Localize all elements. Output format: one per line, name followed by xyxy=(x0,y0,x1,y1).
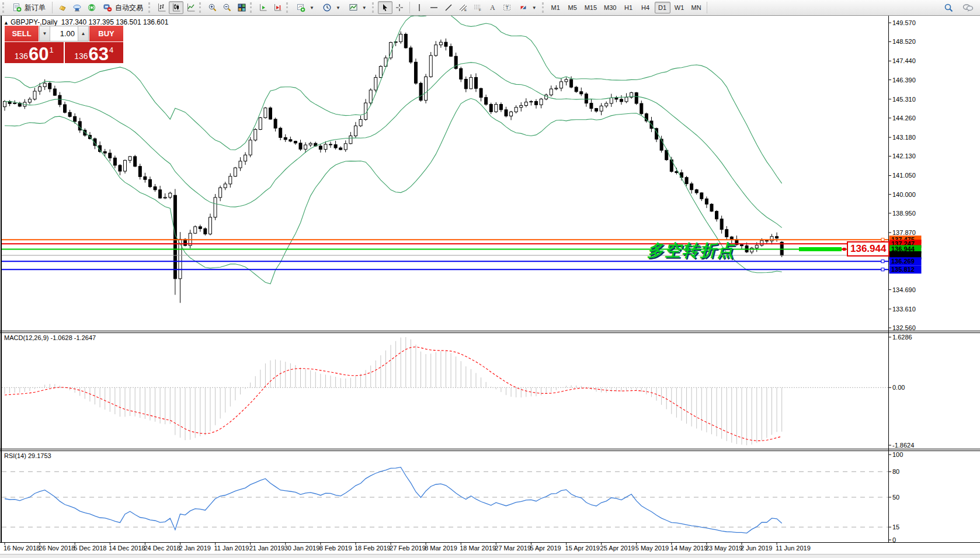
svg-text:148.520: 148.520 xyxy=(892,38,916,45)
dropdown-caret-icon: ▼ xyxy=(336,5,340,11)
zoom-in-button[interactable] xyxy=(205,1,220,14)
sell-price-main: 60 xyxy=(29,46,48,63)
signals-icon xyxy=(87,3,96,12)
sell-button[interactable]: SELL xyxy=(5,26,39,41)
svg-text:135.812: 135.812 xyxy=(891,266,915,273)
buy-price-sup: 4 xyxy=(109,46,113,54)
volume-input[interactable]: 1.00 xyxy=(50,26,78,41)
highlight-segment xyxy=(799,247,842,251)
svg-text:27 Mar 2019: 27 Mar 2019 xyxy=(495,545,531,552)
svg-text:E: E xyxy=(464,8,467,12)
candlestick-chart-button[interactable] xyxy=(169,1,183,14)
vertical-line-button[interactable] xyxy=(412,1,427,14)
chart-shift-button[interactable] xyxy=(270,1,285,14)
cursor-button[interactable] xyxy=(378,1,392,14)
search-button[interactable] xyxy=(941,1,956,14)
timeframe-button-M1[interactable]: M1 xyxy=(548,2,564,13)
periods-button[interactable]: ▼ xyxy=(318,1,345,14)
equidistant-channel-icon: E xyxy=(458,3,468,12)
svg-text:142.130: 142.130 xyxy=(892,153,916,160)
svg-text:138.950: 138.950 xyxy=(892,210,916,217)
toolbar-grip xyxy=(372,2,376,13)
equidistant-channel-button[interactable]: E xyxy=(456,1,471,14)
volume-decrease-button[interactable]: ▼ xyxy=(40,26,50,41)
volume-spinner: ▼ 1.00 ▲ xyxy=(39,26,89,41)
timeframe-button-M5[interactable]: M5 xyxy=(565,2,581,13)
tile-windows-button[interactable] xyxy=(234,1,249,14)
dropdown-caret-icon: ▼ xyxy=(532,5,537,11)
community-button[interactable] xyxy=(961,1,975,14)
svg-text:11 Jan 2019: 11 Jan 2019 xyxy=(214,545,249,552)
timeframe-button-W1[interactable]: W1 xyxy=(672,2,687,13)
chart-canvas[interactable]: 149.570148.520147.440146.390145.310144.2… xyxy=(0,0,980,558)
svg-text:2 Jan 2019: 2 Jan 2019 xyxy=(179,545,210,552)
svg-text:23 May 2019: 23 May 2019 xyxy=(706,545,743,552)
svg-text:132.560: 132.560 xyxy=(892,324,916,331)
zoom-in-icon xyxy=(208,3,217,12)
fibonacci-button[interactable]: F xyxy=(471,1,485,14)
svg-text:133.610: 133.610 xyxy=(892,306,916,313)
chart-annotation-text[interactable]: 多空转折点 xyxy=(647,240,735,262)
auto-trading-button[interactable]: 自动交易 xyxy=(99,1,147,14)
svg-text:136.269: 136.269 xyxy=(891,258,915,265)
timeframe-button-H1[interactable]: H1 xyxy=(621,2,637,13)
svg-text:2 Jun 2019: 2 Jun 2019 xyxy=(741,545,772,552)
autotrade-icon xyxy=(103,3,112,12)
bar-chart-button[interactable] xyxy=(154,1,169,14)
svg-text:143.180: 143.180 xyxy=(892,134,916,141)
svg-text:24 Dec 2018: 24 Dec 2018 xyxy=(144,545,180,552)
zoom-out-icon xyxy=(223,3,232,12)
svg-text:15 Apr 2019: 15 Apr 2019 xyxy=(565,545,600,552)
text-button[interactable]: A xyxy=(485,1,500,14)
text-label-icon: T xyxy=(502,3,512,12)
signals-button[interactable] xyxy=(84,1,99,14)
trendline-icon xyxy=(444,3,453,12)
chart-title: ▲GBPJPY-,Daily 137.340 137.395 136.501 1… xyxy=(4,18,168,26)
zoom-out-button[interactable] xyxy=(220,1,234,14)
svg-text:8 Feb 2019: 8 Feb 2019 xyxy=(319,545,352,552)
new-order-button[interactable]: 新订单 xyxy=(8,1,50,14)
chart-shift-icon xyxy=(273,3,283,12)
buy-price-box[interactable]: 136 63 4 xyxy=(65,42,124,63)
buy-price-prefix: 136 xyxy=(74,52,88,60)
mt4-window: 149.570148.520147.440146.390145.310144.2… xyxy=(0,0,980,558)
chart-profile-button[interactable]: ▼ xyxy=(345,1,371,14)
text-label-button[interactable]: T xyxy=(500,1,515,14)
timeframe-button-D1[interactable]: D1 xyxy=(655,2,670,13)
new-indicator-button[interactable]: ▼ xyxy=(292,1,318,14)
svg-text:25 Apr 2019: 25 Apr 2019 xyxy=(600,545,635,552)
collapse-triangle-icon[interactable]: ▲ xyxy=(4,20,9,26)
svg-text:140.000: 140.000 xyxy=(892,191,916,198)
dropdown-caret-icon: ▼ xyxy=(362,5,367,11)
timeframe-button-M15[interactable]: M15 xyxy=(582,2,600,13)
line-chart-button[interactable] xyxy=(183,1,198,14)
svg-text:A: A xyxy=(490,4,495,12)
timeframe-button-H4[interactable]: H4 xyxy=(638,2,654,13)
buy-button[interactable]: BUY xyxy=(89,26,123,41)
timeframe-button-MN[interactable]: MN xyxy=(689,2,704,13)
toolbar-separator xyxy=(707,2,707,13)
horizontal-line-button[interactable] xyxy=(427,1,442,14)
toolbar-grip xyxy=(199,2,203,13)
trendline-button[interactable] xyxy=(442,1,456,14)
svg-text:0: 0 xyxy=(892,536,896,543)
volume-increase-button[interactable]: ▲ xyxy=(78,26,88,41)
auto-scroll-button[interactable] xyxy=(256,1,270,14)
periods-clock-icon xyxy=(322,3,332,12)
svg-text:27 Feb 2019: 27 Feb 2019 xyxy=(390,545,426,552)
search-icon xyxy=(944,3,954,13)
toolbar-grip xyxy=(148,2,152,13)
svg-text:0.00: 0.00 xyxy=(892,384,905,391)
crosshair-button[interactable] xyxy=(392,1,407,14)
svg-text:21 Jan 2019: 21 Jan 2019 xyxy=(249,545,285,552)
date-axis: 16 Nov 201826 Nov 20185 Dec 201814 Dec 2… xyxy=(4,543,811,552)
macd-indicator-label: MACD(12,26,9) -1.0628 -1.2647 xyxy=(4,334,96,341)
market-watch-button[interactable] xyxy=(55,1,69,14)
price-callout-box[interactable]: 136.944 xyxy=(847,241,889,257)
terminal-button[interactable] xyxy=(69,1,84,14)
svg-text:100: 100 xyxy=(892,451,903,458)
sell-price-box[interactable]: 136 60 1 xyxy=(5,42,64,63)
text-icon: A xyxy=(488,3,497,12)
timeframe-button-M30[interactable]: M30 xyxy=(601,2,619,13)
arrows-button[interactable]: ▼ xyxy=(515,1,541,14)
